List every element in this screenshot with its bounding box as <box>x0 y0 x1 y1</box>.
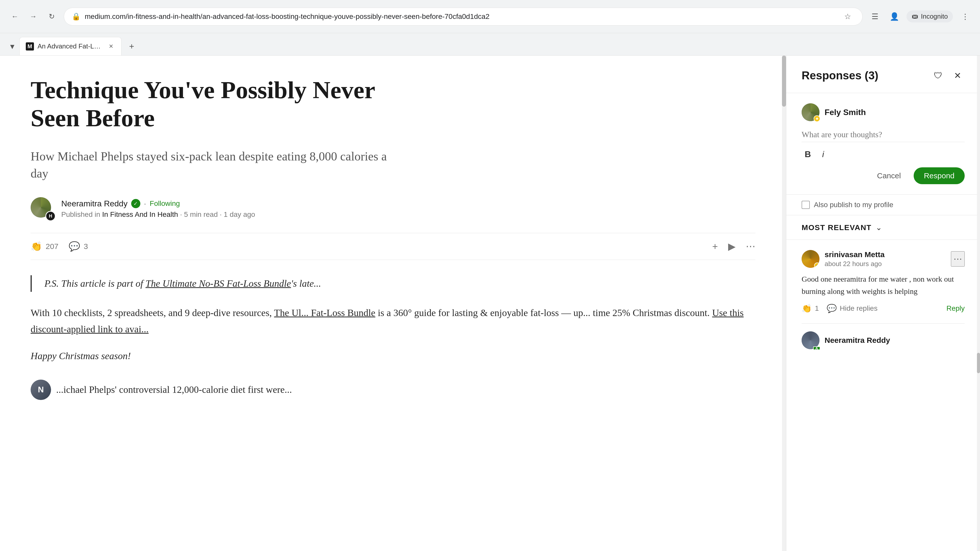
bottom-avatar: N <box>30 380 51 400</box>
publish-row: Also publish to my profile <box>786 195 980 215</box>
save-icon[interactable]: + <box>712 241 718 252</box>
comment-author-row: ★ srinivasan Metta about 22 hours ago ⋯ <box>802 250 965 268</box>
happy-christmas-text: Happy Christmas season! <box>30 348 756 364</box>
meta-separator-2: · <box>220 210 224 218</box>
publication-link[interactable]: In Fitness And In Health <box>102 210 178 218</box>
clap-button[interactable]: 👏 207 <box>30 241 59 252</box>
clap-icon: 👏 <box>802 303 812 313</box>
article-bottom-preview: N ...ichael Phelps' controversial 12,000… <box>30 380 756 400</box>
address-bar[interactable]: 🔒 medium.com/in-fitness-and-in-health/an… <box>64 8 862 25</box>
forward-button[interactable]: → <box>26 10 40 24</box>
comment-input[interactable] <box>802 127 965 142</box>
tab-title: An Advanced Fat-Loss-Boosting... <box>38 42 103 50</box>
commenter-badge: ★ <box>814 262 819 268</box>
article-blockquote: P.S. This article is part of The Ultimat… <box>30 275 756 292</box>
comment-meta: srinivasan Metta about 22 hours ago <box>824 250 885 268</box>
hide-replies-button[interactable]: 💬 Hide replies <box>827 303 878 313</box>
comment-text: Good one neeramitra for me water , non w… <box>802 273 965 297</box>
scrollbar-thumb <box>782 56 786 106</box>
close-panel-button[interactable]: ✕ <box>950 68 965 83</box>
discount-link[interactable]: Use this discount-applied link to avai..… <box>30 307 744 335</box>
menu-button[interactable]: ⋮ <box>958 10 972 24</box>
comment-author-row-2: A Neeramitra Reddy <box>802 331 965 349</box>
more-options-icon[interactable]: ⋯ <box>746 241 756 252</box>
main-layout: Technique You've Possibly Never Seen Bef… <box>0 56 980 551</box>
comment-time: about 22 hours ago <box>824 260 885 268</box>
bottom-text: ...ichael Phelps' controversial 12,000-c… <box>56 381 292 398</box>
comment-clap[interactable]: 👏 1 <box>802 303 819 313</box>
reply-button[interactable]: Reply <box>946 304 965 313</box>
publish-checkbox[interactable] <box>802 201 810 209</box>
article-body-1: With 10 checklists, 2 spreadsheets, and … <box>30 305 756 338</box>
comment-actions: 👏 1 💬 Hide replies Reply <box>802 303 965 313</box>
nav-buttons: ← → ↻ <box>8 10 59 24</box>
article-scrollbar[interactable] <box>782 56 786 551</box>
tab-bar: ▼ M An Advanced Fat-Loss-Boosting... ✕ + <box>0 33 980 56</box>
extensions-icon[interactable]: ☰ <box>868 10 882 24</box>
compose-actions: Cancel Respond <box>802 167 965 184</box>
article-area: Technique You've Possibly Never Seen Bef… <box>0 56 786 551</box>
italic-button[interactable]: i <box>819 147 827 161</box>
publication-avatar: H <box>45 211 56 221</box>
incognito-icon: 🎟 <box>912 13 918 21</box>
active-tab[interactable]: M An Advanced Fat-Loss-Boosting... ✕ <box>19 37 121 56</box>
comment-avatar-2: A <box>802 331 819 349</box>
bold-button[interactable]: B <box>802 147 814 161</box>
author-name: Neeramitra Reddy <box>61 199 127 208</box>
compose-avatar: ★ <box>802 103 819 121</box>
published-in-label: Published in <box>61 210 102 218</box>
author-badge: A <box>813 346 820 350</box>
author-name-row: Neeramitra Reddy ✓ · Following <box>61 199 255 208</box>
blockquote-text: P.S. This article is part of The Ultimat… <box>45 275 756 292</box>
author-row: H Neeramitra Reddy ✓ · Following Publish… <box>30 197 756 220</box>
comment-author-name: srinivasan Metta <box>824 250 885 259</box>
comment-count: 3 <box>84 242 88 251</box>
reload-button[interactable]: ↻ <box>45 10 59 24</box>
cancel-button[interactable]: Cancel <box>870 167 908 184</box>
following-button[interactable]: Following <box>150 200 180 208</box>
comment-icon: 💬 <box>68 241 80 252</box>
compose-toolbar: B i <box>802 147 965 161</box>
hide-replies-label: Hide replies <box>840 304 878 313</box>
shield-icon-button[interactable]: 🛡 <box>931 68 945 83</box>
comment-author-name-2: Neeramitra Reddy <box>824 336 890 345</box>
filter-chevron-icon[interactable]: ⌄ <box>876 223 882 232</box>
comment-author-info: ★ srinivasan Metta about 22 hours ago <box>802 250 885 268</box>
clap-icon: 👏 <box>30 241 42 252</box>
tab-close-button[interactable]: ✕ <box>107 42 115 51</box>
comment-meta-2: Neeramitra Reddy <box>824 336 890 345</box>
back-button[interactable]: ← <box>8 10 22 24</box>
article-subtitle: How Michael Phelps stayed six-pack lean … <box>30 148 388 182</box>
bundle-link[interactable]: The Ultimate No-BS Fat-Loss Bundle <box>145 278 291 289</box>
browser-chrome: ← → ↻ 🔒 medium.com/in-fitness-and-in-hea… <box>0 0 980 33</box>
url-text: medium.com/in-fitness-and-in-health/an-a… <box>85 13 836 21</box>
bookmark-icon[interactable]: ☆ <box>840 10 855 24</box>
share-icon[interactable]: ▶ <box>728 241 735 252</box>
publish-label: Also publish to my profile <box>814 201 893 209</box>
comment-button[interactable]: 💬 3 <box>68 241 88 252</box>
article-title: Technique You've Possibly Never Seen Bef… <box>30 76 388 132</box>
comment-avatar: ★ <box>802 250 819 268</box>
verified-badge: ✓ <box>131 199 140 208</box>
responses-panel: Responses (3) 🛡 ✕ ★ Fely Smith B i Cance <box>786 56 980 551</box>
panel-scrollbar[interactable] <box>977 56 980 551</box>
author-info: Neeramitra Reddy ✓ · Following Published… <box>61 199 255 219</box>
comment-more-button[interactable]: ⋯ <box>951 251 965 267</box>
read-time: 5 min read <box>184 210 218 218</box>
clap-count: 207 <box>46 242 59 251</box>
responses-header-icons: 🛡 ✕ <box>931 68 965 83</box>
action-bar: 👏 207 💬 3 + ▶ ⋯ <box>30 233 756 260</box>
panel-scrollbar-thumb <box>977 353 980 373</box>
author-avatar-group: H <box>30 197 54 220</box>
responses-title: Responses (3) <box>802 69 878 82</box>
respond-button[interactable]: Respond <box>914 167 965 184</box>
incognito-badge: 🎟 Incognito <box>907 11 953 22</box>
tab-list-button[interactable]: ▼ <box>5 40 19 54</box>
new-tab-button[interactable]: + <box>124 38 139 54</box>
filter-row[interactable]: MOST RELEVANT ⌄ <box>786 215 980 240</box>
responses-header: Responses (3) 🛡 ✕ <box>786 56 980 93</box>
comment-item-2: A Neeramitra Reddy <box>802 324 965 357</box>
bundle-link-2[interactable]: The Ul... Fat-Loss Bundle <box>274 307 375 318</box>
filter-label: MOST RELEVANT <box>802 223 872 232</box>
profile-icon[interactable]: 👤 <box>887 10 901 24</box>
